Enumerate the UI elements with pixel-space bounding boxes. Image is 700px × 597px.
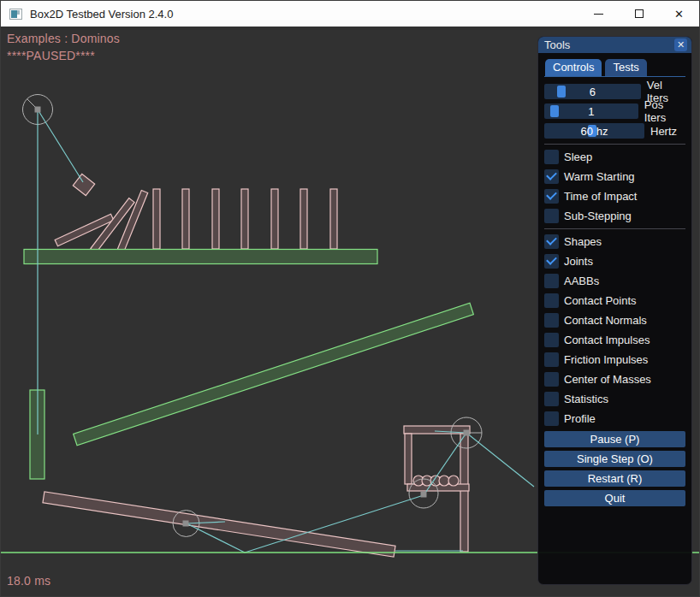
slider-grab-pos-iters[interactable] xyxy=(550,105,559,117)
body-domino-standing-7[interactable] xyxy=(330,189,337,249)
checkbox-label-sub-stepping: Sub-Stepping xyxy=(564,210,632,222)
slider-value-hertz: 60 hz xyxy=(581,125,608,138)
slider-value-pos-iters: 1 xyxy=(588,105,594,118)
tab-tests[interactable]: Tests xyxy=(605,59,646,76)
window-controls: ✕ xyxy=(578,1,699,27)
checkbox-label-sleep: Sleep xyxy=(564,151,592,163)
app-icon xyxy=(9,9,22,20)
window-title: Box2D Testbed Version 2.4.0 xyxy=(30,8,173,21)
tools-panel-title: Tools xyxy=(544,38,570,51)
slider-grab-vel-iters[interactable] xyxy=(557,86,566,98)
body-domino-standing-3[interactable] xyxy=(212,189,219,249)
checkbox-time-of-impact[interactable] xyxy=(544,189,559,204)
body-domino-standing-4[interactable] xyxy=(241,189,248,249)
slider-row-hertz: 60 hzHertz xyxy=(544,123,685,139)
checkbox-label-statistics: Statistics xyxy=(564,393,608,405)
slider-value-vel-iters: 6 xyxy=(590,86,596,98)
body-top-shelf[interactable] xyxy=(24,250,377,264)
joint-anchor-3 xyxy=(421,492,427,498)
single-step-o-button[interactable]: Single Step (O) xyxy=(544,451,685,467)
checkbox-shapes[interactable] xyxy=(544,234,559,249)
checkbox-row-friction-impulses[interactable]: Friction Impulses xyxy=(544,352,685,367)
checkbox-sleep[interactable] xyxy=(544,150,559,164)
checkbox-row-statistics[interactable]: Statistics xyxy=(544,392,685,406)
checkbox-row-joints[interactable]: Joints xyxy=(544,254,685,269)
checkbox-label-center-of-masses: Center of Masses xyxy=(564,373,651,386)
slider-hertz[interactable]: 60 hz xyxy=(544,123,644,139)
checkbox-label-joints: Joints xyxy=(564,255,593,268)
joint-anchor-1 xyxy=(35,107,41,113)
checkbox-label-profile: Profile xyxy=(564,412,596,425)
frame-time-label: 18.0 ms xyxy=(7,574,50,588)
body-ball-4[interactable] xyxy=(439,476,449,486)
tools-panel-titlebar[interactable]: Tools ✕ xyxy=(538,37,691,53)
checkbox-row-time-of-impact[interactable]: Time of Impact xyxy=(544,189,685,204)
slider-row-pos-iters: 1Pos Iters xyxy=(544,103,685,119)
tab-controls[interactable]: Controls xyxy=(545,59,602,76)
checkbox-row-sleep[interactable]: Sleep xyxy=(544,150,685,164)
separator xyxy=(544,228,685,229)
body-domino-leaning-2[interactable] xyxy=(117,190,147,251)
checkbox-contact-points[interactable] xyxy=(544,293,559,308)
joint-line-2 xyxy=(38,109,83,182)
checkbox-row-aabbs[interactable]: AABBs xyxy=(544,274,685,288)
checkbox-friction-impulses[interactable] xyxy=(544,352,559,367)
app-window: Box2D Testbed Version 2.4.0 ✕ Examples :… xyxy=(0,0,700,597)
checkbox-aabbs[interactable] xyxy=(544,274,559,288)
restart-r-button[interactable]: Restart (R) xyxy=(544,470,685,487)
checkbox-row-sub-stepping[interactable]: Sub-Stepping xyxy=(544,209,685,223)
pause-p-button[interactable]: Pause (P) xyxy=(544,431,685,447)
checkbox-row-warm-starting[interactable]: Warm Starting xyxy=(544,169,685,184)
checkbox-row-profile[interactable]: Profile xyxy=(544,411,685,426)
maximize-button[interactable] xyxy=(619,1,659,27)
body-hanging-box[interactable] xyxy=(73,174,94,195)
slider-label-hertz: Hertz xyxy=(650,125,677,138)
slider-vel-iters[interactable]: 6 xyxy=(544,84,641,99)
body-frame-left-post[interactable] xyxy=(405,434,412,484)
checkbox-sub-stepping[interactable] xyxy=(544,209,559,223)
checkbox-row-contact-points[interactable]: Contact Points xyxy=(544,293,685,308)
body-domino-standing-2[interactable] xyxy=(182,189,189,249)
slider-label-pos-iters: Pos Iters xyxy=(644,98,685,124)
body-domino-standing-5[interactable] xyxy=(271,189,278,249)
checkbox-label-time-of-impact: Time of Impact xyxy=(564,190,637,203)
minimize-button[interactable] xyxy=(578,1,619,27)
body-angled-ramp[interactable] xyxy=(74,303,474,446)
window-titlebar[interactable]: Box2D Testbed Version 2.4.0 ✕ xyxy=(1,1,699,27)
body-ball-5[interactable] xyxy=(448,476,459,486)
checkbox-row-contact-normals[interactable]: Contact Normals xyxy=(544,313,685,328)
quit-button[interactable]: Quit xyxy=(544,490,685,506)
checkbox-label-aabbs: AABBs xyxy=(564,275,599,287)
slider-row-vel-iters: 6Vel Iters xyxy=(544,84,685,99)
simulation-canvas[interactable]: Examples : Dominos ****PAUSED**** 18.0 m… xyxy=(1,27,699,596)
body-seesaw-plank[interactable] xyxy=(43,492,395,557)
checkbox-row-shapes[interactable]: Shapes xyxy=(544,234,685,249)
slider-list: 6Vel Iters1Pos Iters60 hzHertz xyxy=(544,84,685,139)
checkbox-row-contact-impulses[interactable]: Contact Impulses xyxy=(544,333,685,347)
checkbox-contact-impulses[interactable] xyxy=(544,333,559,347)
checkbox-list: SleepWarm StartingTime of ImpactSub-Step… xyxy=(544,144,685,426)
checkbox-warm-starting[interactable] xyxy=(544,169,559,184)
separator xyxy=(544,144,685,145)
checkbox-contact-normals[interactable] xyxy=(544,313,559,328)
checkbox-profile[interactable] xyxy=(544,411,559,426)
maximize-icon xyxy=(635,9,644,18)
close-button[interactable]: ✕ xyxy=(659,1,699,27)
body-domino-standing-6[interactable] xyxy=(300,189,307,249)
tools-close-icon[interactable]: ✕ xyxy=(674,38,687,51)
checkbox-row-center-of-masses[interactable]: Center of Masses xyxy=(544,372,685,387)
tools-panel-body: ControlsTests 6Vel Iters1Pos Iters60 hzH… xyxy=(538,53,691,506)
close-icon: ✕ xyxy=(674,9,684,20)
joint-line-8 xyxy=(466,433,534,487)
checkbox-statistics[interactable] xyxy=(544,392,559,406)
checkbox-label-contact-points: Contact Points xyxy=(564,294,637,307)
example-label: Examples : Dominos xyxy=(7,32,120,45)
tab-bar: ControlsTests xyxy=(544,59,685,77)
checkbox-joints[interactable] xyxy=(544,254,559,269)
checkbox-label-shapes: Shapes xyxy=(564,235,602,248)
slider-pos-iters[interactable]: 1 xyxy=(544,103,638,119)
body-frame-right-post[interactable] xyxy=(460,434,468,552)
minimize-icon xyxy=(594,14,603,15)
checkbox-center-of-masses[interactable] xyxy=(544,372,559,387)
body-domino-standing-1[interactable] xyxy=(153,189,160,249)
